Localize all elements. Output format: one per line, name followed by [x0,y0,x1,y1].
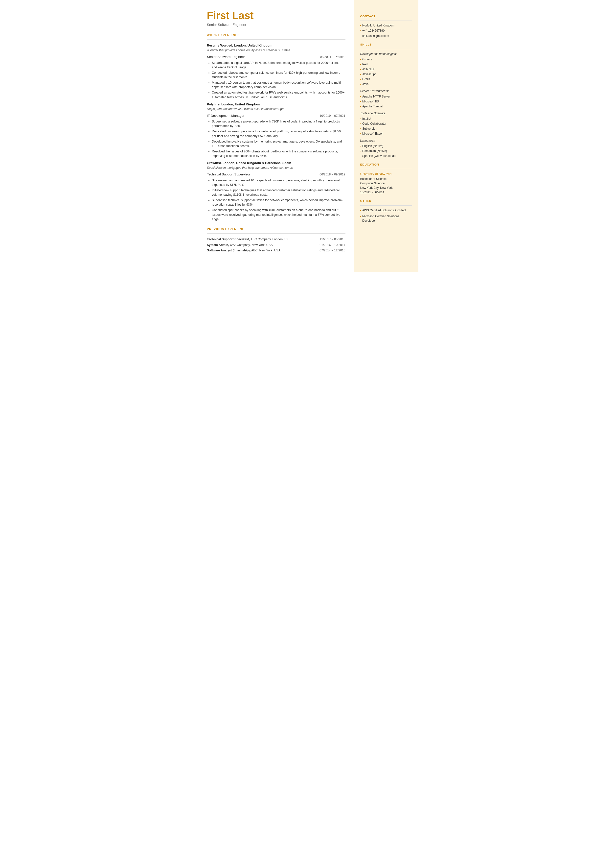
prev-exp-2-title-rest: XYZ Company, New York, USA [229,243,273,247]
work-experience-divider [207,39,346,40]
skill-apache-http: •Apache HTTP Server [360,94,412,99]
bullet-icon: • [360,78,361,81]
skills-lang-cat: Languages: [360,138,412,143]
bullet-icon: • [360,29,361,33]
prev-exp-1-title-bold: Technical Support Specialist, [207,238,250,241]
job-3: Growthsi, London, United Kingdom & Barce… [207,161,346,222]
job-1-employer-rest: London, United Kingdom [233,43,272,47]
resume-page: First Last Senior Software Engineer WORK… [196,0,419,272]
job-subtitle: Senior Software Engineer [207,22,346,28]
prev-exp-3-dates: 07/2014 – 12/2015 [319,248,345,253]
prev-exp-3-title-bold: Software Analyst (Internship), [207,248,251,252]
bullet: Supervised a software project upgrade wi… [212,119,346,128]
other-list: • AWS Certified Solutions Architect • Mi… [360,208,412,223]
skill-aspnet: •ASP.NET [360,67,412,71]
job-2-tagline: Helps personal and wealth clients build … [207,107,346,111]
education-block: University of New York Bachelor of Scien… [360,171,412,195]
bullet: Streamlined and automated 10+ aspects of… [212,178,346,187]
other-1: • AWS Certified Solutions Architect [360,208,412,213]
education-degree: Bachelor of Science [360,177,412,181]
contact-divider [360,20,412,21]
skill-spanish: •Spanish (Conversational) [360,154,412,158]
bullet-icon: • [360,127,361,130]
bullet: Relocated business operations to a web-b… [212,129,346,138]
bullet: Supervised technical support activities … [212,198,346,207]
education-dates: 10/2011 - 06/2014 [360,190,412,194]
skill-code-collab: •Code Collaborator [360,121,412,126]
job-1-dates: 08/2021 – Present [320,55,345,59]
prev-exp-2-left: System Admin, XYZ Company, New York, USA [207,243,315,247]
prev-exp-1-dates: 11/2017 – 05/2018 [319,237,345,242]
job-3-title: Technical Support Supervisor [207,172,251,177]
contact-list: • Norfolk, United Kingdom • +44 12345678… [360,23,412,38]
job-1-bullets: Spearheaded a digital card API in NodeJS… [207,61,346,99]
skills-tools-cat: Tools and Software: [360,111,412,116]
job-2-employer: Polyhire, London, United Kingdom [207,102,346,107]
job-3-employer-rest: London, United Kingdom & Barcelona, Spai… [222,161,291,165]
previous-experience-list: Technical Support Specialist, ABC Compan… [207,237,346,253]
bullet-icon: • [360,149,361,153]
right-column: CONTACT • Norfolk, United Kingdom • +44 … [354,0,419,272]
bullet-icon: • [360,95,361,98]
job-3-tagline: Specializes in mortgages that help custo… [207,166,346,170]
contact-3-text: first.last@gmail.com [362,34,389,38]
bullet-icon: • [360,132,361,136]
job-2-employer-rest: London, United Kingdom [220,102,260,106]
name-section: First Last Senior Software Engineer [207,10,346,28]
job-2: Polyhire, London, United Kingdom Helps p… [207,102,346,158]
bullet-icon: • [360,100,361,103]
bullet: Initiated new support techniques that en… [212,188,346,197]
bullet: Conducted spot-checks by speaking with 4… [212,208,346,221]
bullet-icon: • [360,68,361,71]
bullet-icon: • [360,154,361,158]
bullet-icon: • [360,24,361,28]
skill-excel: •Microsoft Excel [360,131,412,136]
skill-grails: •Grails [360,77,412,81]
job-2-dates: 10/2019 – 07/2021 [319,113,345,118]
skill-english: •English (Native) [360,144,412,148]
job-2-header: IT Development Manager 10/2019 – 07/2021 [207,113,346,118]
prev-exp-1-title-rest: ABC Company, London, UK [250,238,289,241]
skill-romanian: •Romanian (Native) [360,149,412,153]
education-school: University of New York [360,171,412,176]
prev-exp-3-left: Software Analyst (Internship), ABC, New … [207,248,315,253]
education-title: EDUCATION [360,163,412,167]
education-location: New York City, New York [360,186,412,190]
job-1-employer-name: Resume Worded, [207,43,233,47]
prev-exp-2: System Admin, XYZ Company, New York, USA… [207,243,346,247]
job-2-bullets: Supervised a software project upgrade wi… [207,119,346,158]
prev-exp-1: Technical Support Specialist, ABC Compan… [207,237,346,242]
other-2: • Microsoft Certified Solutions Develope… [360,214,412,223]
skill-javascript: •Javascript [360,72,412,76]
job-1: Resume Worded, London, United Kingdom A … [207,43,346,99]
prev-exp-2-dates: 01/2016 – 10/2017 [319,243,345,247]
work-experience-title: WORK EXPERIENCE [207,33,346,37]
bullet-icon: • [360,57,361,61]
contact-2-text: +44 1234567890 [362,28,385,33]
skill-groovy: •Groovy [360,57,412,62]
prev-exp-1-left: Technical Support Specialist, ABC Compan… [207,237,315,242]
job-1-header: Senior Software Engineer 08/2021 – Prese… [207,54,346,59]
bullet: Developed innovative systems by mentorin… [212,139,346,148]
job-3-bullets: Streamlined and automated 10+ aspects of… [207,178,346,222]
left-column: First Last Senior Software Engineer WORK… [196,0,354,272]
job-2-title: IT Development Manager [207,113,245,118]
job-1-employer: Resume Worded, London, United Kingdom [207,43,346,48]
skill-perl: •Perl [360,62,412,67]
job-3-employer: Growthsi, London, United Kingdom & Barce… [207,161,346,166]
bullet: Conducted robotics and computer science … [212,70,346,79]
contact-2: • +44 1234567890 [360,28,412,33]
other-title: OTHER [360,199,412,203]
bullet-icon: • [360,117,361,121]
prev-exp-2-title-bold: System Admin, [207,243,229,247]
job-1-title: Senior Software Engineer [207,54,245,59]
other-divider [360,205,412,206]
bullet-icon: • [360,73,361,76]
job-2-employer-name: Polyhire, [207,102,220,106]
skill-intellij: •IntelliJ [360,116,412,121]
skills-lang-list: •English (Native) •Romanian (Native) •Sp… [360,144,412,158]
bullet: Managed a 10-person team that designed a… [212,81,346,89]
bullet: Created an automated test framework for … [212,90,346,99]
skills-server-list: •Apache HTTP Server •Microsoft IIS •Apac… [360,94,412,109]
skill-iis: •Microsoft IIS [360,99,412,104]
